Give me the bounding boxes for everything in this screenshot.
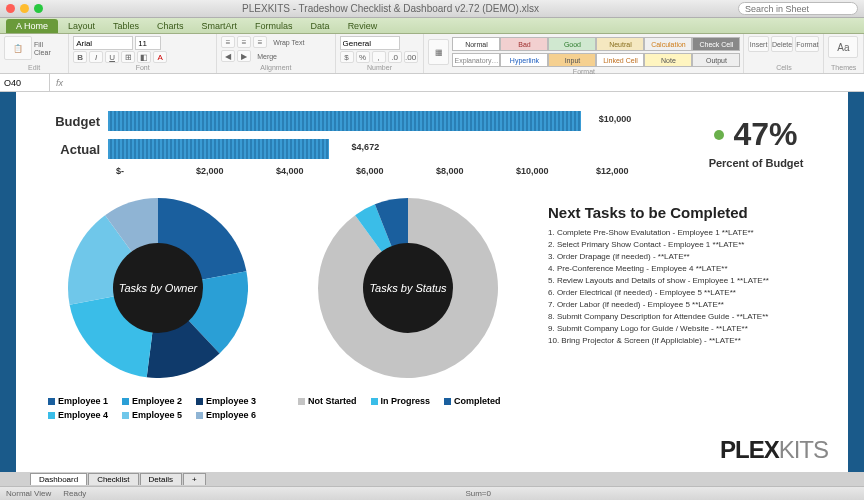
number-format-select[interactable] bbox=[340, 36, 400, 50]
insert-cells-button[interactable]: Insert bbox=[748, 36, 768, 52]
legend-in-progress: In Progress bbox=[371, 396, 431, 406]
font-color-button[interactable]: A bbox=[153, 51, 167, 63]
formula-bar: O40 fx bbox=[0, 74, 864, 92]
style-calculation[interactable]: Calculation bbox=[644, 37, 692, 51]
style-linkedcell[interactable]: Linked Cell bbox=[596, 53, 644, 67]
tasks-by-status-chart: Tasks by Status Not StartedIn ProgressCo… bbox=[298, 198, 518, 420]
legend-employee-6: Employee 6 bbox=[196, 410, 256, 420]
tab-formulas[interactable]: Formulas bbox=[247, 19, 301, 33]
task-item-5: 5. Review Layouts and Details of show - … bbox=[548, 275, 816, 287]
pie-title-status: Tasks by Status bbox=[363, 243, 453, 333]
percent-button[interactable]: % bbox=[356, 51, 370, 63]
tasks-by-owner-chart: Tasks by Owner Employee 1Employee 2Emplo… bbox=[48, 198, 268, 420]
format-cells-button[interactable]: Format bbox=[795, 36, 819, 52]
next-tasks-title: Next Tasks to be Completed bbox=[548, 204, 816, 221]
task-item-4: 4. Pre-Conference Meeting - Employee 4 *… bbox=[548, 263, 816, 275]
tab-home[interactable]: A Home bbox=[6, 19, 58, 33]
ribbon-tabs: A Home Layout Tables Charts SmartArt For… bbox=[0, 18, 864, 34]
style-note[interactable]: Note bbox=[644, 53, 692, 67]
legend-employee-3: Employee 3 bbox=[196, 396, 256, 406]
tab-charts[interactable]: Charts bbox=[149, 19, 192, 33]
window-title: PLEXKITS - Tradeshow Checklist & Dashboa… bbox=[43, 3, 738, 14]
align-center-button[interactable]: ≡ bbox=[237, 36, 251, 48]
task-item-3: 3. Order Drapage (if needed) - **LATE** bbox=[548, 251, 816, 263]
task-item-9: 9. Submit Company Logo for Guide / Websi… bbox=[548, 323, 816, 335]
style-explanatory[interactable]: Explanatory… bbox=[452, 53, 500, 67]
task-item-6: 6. Order Electrical (if needed) - Employ… bbox=[548, 287, 816, 299]
group-font: Font bbox=[73, 64, 212, 71]
style-output[interactable]: Output bbox=[692, 53, 740, 67]
pie-title-owner: Tasks by Owner bbox=[113, 243, 203, 333]
fx-icon[interactable]: fx bbox=[50, 78, 69, 88]
close-window-button[interactable] bbox=[6, 4, 15, 13]
clear-label[interactable]: Clear bbox=[34, 49, 51, 56]
border-button[interactable]: ⊞ bbox=[121, 51, 135, 63]
style-neutral[interactable]: Neutral bbox=[596, 37, 644, 51]
font-name-input[interactable] bbox=[73, 36, 133, 50]
italic-button[interactable]: I bbox=[89, 51, 103, 63]
paste-button[interactable]: 📋 bbox=[4, 36, 32, 60]
cond-format-button[interactable]: ▦ bbox=[428, 39, 449, 65]
budget-bar-chart: Budget$10,000Actual$4,672 $-$2,000$4,000… bbox=[48, 110, 676, 176]
themes-button[interactable]: Aa bbox=[828, 36, 858, 58]
merge-button[interactable]: Merge bbox=[257, 53, 277, 60]
style-good[interactable]: Good bbox=[548, 37, 596, 51]
legend-completed: Completed bbox=[444, 396, 501, 406]
sheet-tabs: Dashboard Checklist Details + bbox=[0, 472, 864, 486]
name-box[interactable]: O40 bbox=[0, 74, 50, 91]
sheet-tab-checklist[interactable]: Checklist bbox=[88, 473, 138, 485]
group-alignment: Alignment bbox=[221, 64, 330, 71]
group-themes: Themes bbox=[828, 64, 859, 71]
legend-employee-1: Employee 1 bbox=[48, 396, 108, 406]
status-dot-icon bbox=[714, 130, 724, 140]
style-input[interactable]: Input bbox=[548, 53, 596, 67]
dec-dec-button[interactable]: .00 bbox=[404, 51, 418, 63]
delete-cells-button[interactable]: Delete bbox=[771, 36, 794, 52]
legend-employee-4: Employee 4 bbox=[48, 410, 108, 420]
indent-dec-button[interactable]: ◀ bbox=[221, 50, 235, 62]
status-bar: Normal View Ready Sum=0 bbox=[0, 486, 864, 500]
brand-logo: PLEXKITS bbox=[720, 436, 828, 464]
dec-inc-button[interactable]: .0 bbox=[388, 51, 402, 63]
style-normal[interactable]: Normal bbox=[452, 37, 500, 51]
tab-data[interactable]: Data bbox=[303, 19, 338, 33]
tab-layout[interactable]: Layout bbox=[60, 19, 103, 33]
zoom-window-button[interactable] bbox=[34, 4, 43, 13]
currency-button[interactable]: $ bbox=[340, 51, 354, 63]
percent-label: Percent of Budget bbox=[696, 157, 816, 169]
tab-tables[interactable]: Tables bbox=[105, 19, 147, 33]
tab-review[interactable]: Review bbox=[340, 19, 386, 33]
fill-color-button[interactable]: ◧ bbox=[137, 51, 151, 63]
percent-of-budget: 47% Percent of Budget bbox=[696, 110, 816, 169]
style-bad[interactable]: Bad bbox=[500, 37, 548, 51]
task-item-10: 10. Bring Projector & Screen (If Applici… bbox=[548, 335, 816, 347]
font-size-input[interactable] bbox=[135, 36, 161, 50]
task-item-1: 1. Complete Pre-Show Evalutation - Emplo… bbox=[548, 227, 816, 239]
workspace: Budget$10,000Actual$4,672 $-$2,000$4,000… bbox=[0, 92, 864, 472]
bold-button[interactable]: B bbox=[73, 51, 87, 63]
style-checkcell[interactable]: Check Cell bbox=[692, 37, 740, 51]
cell-styles-gallery[interactable]: NormalBadGoodNeutralCalculationCheck Cel… bbox=[451, 36, 739, 68]
mac-titlebar: PLEXKITS - Tradeshow Checklist & Dashboa… bbox=[0, 0, 864, 18]
underline-button[interactable]: U bbox=[105, 51, 119, 63]
minimize-window-button[interactable] bbox=[20, 4, 29, 13]
view-mode[interactable]: Normal View bbox=[6, 489, 51, 498]
sheet-tab-details[interactable]: Details bbox=[140, 473, 182, 485]
sheet-tab-add[interactable]: + bbox=[183, 473, 206, 485]
fill-label[interactable]: Fill bbox=[34, 41, 51, 48]
comma-button[interactable]: , bbox=[372, 51, 386, 63]
search-sheet-input[interactable] bbox=[738, 2, 858, 15]
legend-not-started: Not Started bbox=[298, 396, 357, 406]
group-cells: Cells bbox=[748, 64, 819, 71]
sheet-canvas[interactable]: Budget$10,000Actual$4,672 $-$2,000$4,000… bbox=[16, 92, 848, 472]
align-right-button[interactable]: ≡ bbox=[253, 36, 267, 48]
group-edit: Edit bbox=[4, 64, 64, 71]
tab-smartart[interactable]: SmartArt bbox=[194, 19, 246, 33]
style-hyperlink[interactable]: Hyperlink bbox=[500, 53, 548, 67]
sheet-tab-dashboard[interactable]: Dashboard bbox=[30, 473, 87, 485]
align-left-button[interactable]: ≡ bbox=[221, 36, 235, 48]
status-ready: Ready bbox=[63, 489, 86, 498]
indent-inc-button[interactable]: ▶ bbox=[237, 50, 251, 62]
wrap-text-button[interactable]: Wrap Text bbox=[273, 39, 304, 46]
bar-value-budget: $10,000 bbox=[599, 114, 632, 124]
